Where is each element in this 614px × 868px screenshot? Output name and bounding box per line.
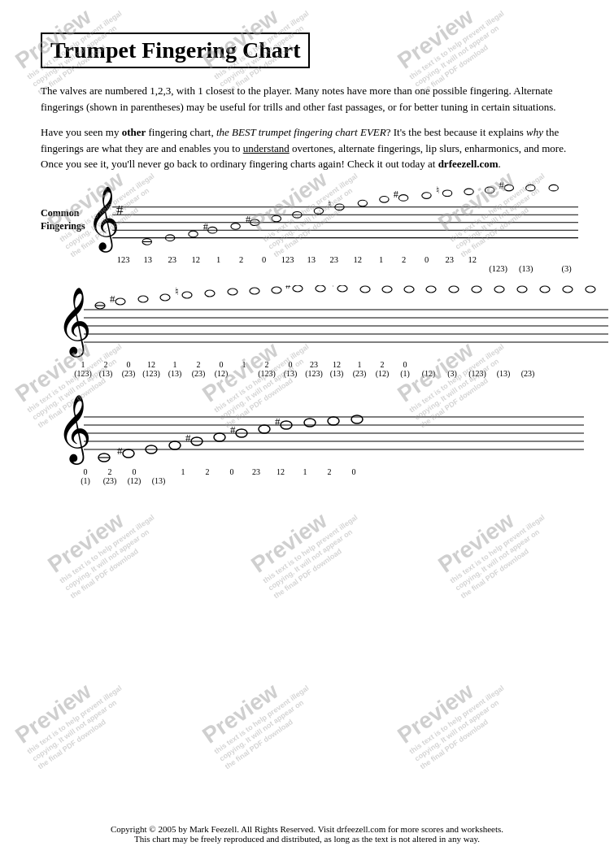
svg-text:𝄞: 𝄞 bbox=[57, 395, 92, 465]
svg-point-58 bbox=[382, 286, 392, 293]
fingering-row-3: 0 2 0 1 2 0 23 12 1 2 0 bbox=[41, 467, 573, 476]
svg-point-13 bbox=[231, 223, 240, 229]
svg-text:#: # bbox=[275, 415, 281, 427]
staff-section-2: 𝄞 # ♮ bbox=[41, 285, 573, 378]
svg-point-22 bbox=[379, 196, 388, 202]
fingering-row-2-alt: (123) (13) (23) (123) (13) (23) (12) (12… bbox=[41, 369, 573, 378]
svg-point-82 bbox=[214, 433, 225, 441]
paragraph-1: The valves are numbered 1,2,3, with 1 cl… bbox=[41, 83, 573, 115]
svg-point-49 bbox=[228, 289, 237, 295]
svg-point-47 bbox=[182, 292, 192, 298]
watermark-10: Preview this text is to help prevent ill… bbox=[44, 493, 168, 601]
svg-text:♮: ♮ bbox=[330, 285, 334, 289]
svg-point-53 bbox=[293, 285, 303, 292]
page: Preview this text is to help prevent ill… bbox=[0, 0, 614, 868]
svg-text:#: # bbox=[246, 213, 250, 224]
svg-text:𝄞: 𝄞 bbox=[87, 185, 120, 252]
staff-section-3: 𝄞 # # # bbox=[41, 393, 573, 485]
svg-point-48 bbox=[205, 290, 215, 297]
svg-point-66 bbox=[563, 286, 573, 293]
watermark-15: Preview this text is to help prevent ill… bbox=[394, 663, 517, 772]
svg-point-43 bbox=[115, 298, 125, 305]
svg-point-64 bbox=[517, 286, 527, 293]
svg-point-85 bbox=[259, 425, 270, 433]
svg-point-32 bbox=[525, 184, 534, 191]
svg-point-28 bbox=[464, 189, 473, 195]
paragraph-2: Have you seen my other fingering chart, … bbox=[41, 124, 573, 172]
svg-point-79 bbox=[169, 441, 181, 449]
svg-point-18 bbox=[314, 207, 323, 214]
watermark-11: Preview this text is to help prevent ill… bbox=[247, 493, 371, 601]
svg-point-45 bbox=[160, 294, 170, 301]
watermark-13: Preview this text is to help prevent ill… bbox=[11, 663, 135, 772]
svg-text:𝄞: 𝄞 bbox=[57, 288, 92, 358]
svg-point-44 bbox=[138, 296, 148, 302]
staff-svg-1: 𝄞 # bbox=[85, 182, 578, 255]
svg-text:#: # bbox=[393, 189, 398, 200]
watermark-14: Preview this text is to help prevent ill… bbox=[198, 663, 322, 772]
svg-text:#: # bbox=[285, 285, 291, 291]
svg-point-51 bbox=[272, 287, 281, 293]
fingering-row-1: 123 13 23 12 1 2 0 123 13 23 12 1 2 0 23… bbox=[85, 255, 578, 264]
fingering-row-2: 1 2 0 12 1 2 0 1 2 0 23 12 1 2 0 bbox=[41, 360, 573, 369]
svg-text:♮: ♮ bbox=[328, 197, 331, 209]
svg-text:#: # bbox=[116, 202, 124, 218]
svg-point-24 bbox=[398, 194, 407, 201]
svg-point-21 bbox=[358, 200, 367, 206]
footer-line-1: Copyright © 2005 by Mark Feezell. All Ri… bbox=[0, 824, 614, 834]
svg-text:#: # bbox=[499, 182, 503, 191]
svg-point-62 bbox=[472, 286, 481, 293]
svg-point-67 bbox=[586, 286, 595, 293]
svg-point-27 bbox=[442, 189, 451, 196]
svg-text:#: # bbox=[110, 293, 115, 305]
staff-svg-3: 𝄞 # # # bbox=[55, 393, 584, 466]
svg-text:#: # bbox=[117, 445, 123, 457]
watermark-12: Preview this text is to help prevent ill… bbox=[434, 493, 558, 601]
svg-point-10 bbox=[189, 231, 198, 237]
page-title: Trumpet Fingering Chart bbox=[50, 37, 300, 63]
svg-point-56 bbox=[337, 285, 347, 292]
svg-text:#: # bbox=[230, 423, 236, 436]
title-box: Trumpet Fingering Chart bbox=[41, 33, 310, 68]
svg-text:#: # bbox=[203, 221, 208, 232]
svg-point-29 bbox=[485, 187, 494, 193]
footer: Copyright © 2005 by Mark Feezell. All Ri… bbox=[0, 824, 614, 844]
svg-point-31 bbox=[504, 184, 513, 191]
svg-point-61 bbox=[449, 286, 459, 293]
svg-text:♮: ♮ bbox=[175, 285, 179, 297]
fingering-row-3-alt: (1) (23) (12) (13) bbox=[41, 476, 573, 485]
svg-point-33 bbox=[549, 184, 558, 191]
svg-point-89 bbox=[328, 417, 339, 425]
svg-point-77 bbox=[123, 449, 134, 458]
staff-section-1: CommonFingerings 𝄞 # bbox=[41, 182, 573, 273]
svg-point-59 bbox=[404, 286, 414, 293]
svg-point-25 bbox=[421, 192, 430, 198]
svg-text:♮: ♮ bbox=[436, 184, 439, 195]
svg-point-50 bbox=[250, 288, 259, 294]
svg-point-54 bbox=[316, 285, 325, 292]
svg-point-60 bbox=[426, 286, 436, 293]
svg-text:#: # bbox=[185, 432, 191, 444]
footer-line-2: This chart may be freely reproduced and … bbox=[0, 834, 614, 844]
svg-point-16 bbox=[272, 215, 281, 222]
svg-point-57 bbox=[360, 286, 370, 293]
svg-point-63 bbox=[494, 286, 504, 293]
staff-svg-2: 𝄞 # ♮ bbox=[55, 285, 608, 358]
svg-point-65 bbox=[540, 286, 550, 293]
staff-label: CommonFingerings bbox=[41, 182, 85, 234]
